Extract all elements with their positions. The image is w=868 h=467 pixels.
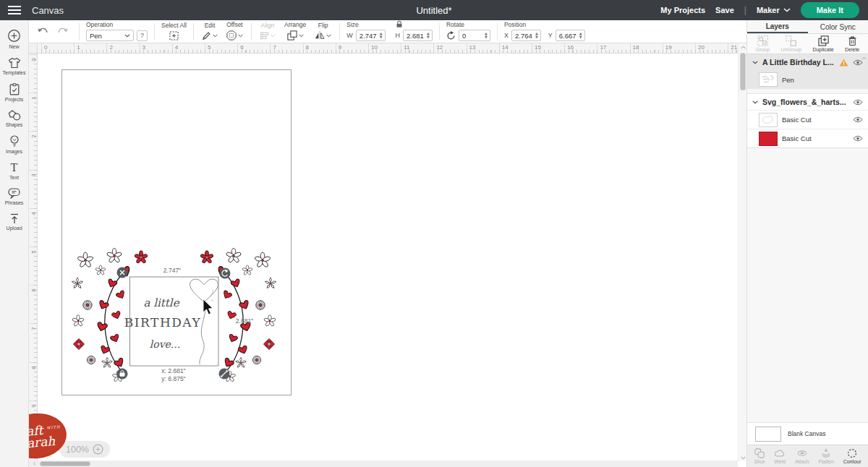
- sidebar-item-shapes[interactable]: Shapes: [0, 108, 29, 129]
- ruler-number: 9: [30, 401, 37, 410]
- sidebar-item-text[interactable]: TText: [0, 160, 29, 181]
- layer-row-basic-cut-white[interactable]: Basic Cut: [747, 110, 868, 129]
- width-stepper[interactable]: ▲▼: [378, 32, 384, 39]
- machine-select[interactable]: Maker: [757, 6, 791, 14]
- layer-group-header[interactable]: A Little Birthday L...: [747, 54, 868, 70]
- chevron-down-icon[interactable]: [752, 61, 758, 64]
- eye-icon[interactable]: [853, 135, 863, 142]
- ruler-number: 7: [30, 325, 37, 333]
- layer-group-svg-flowers: Svg_flowers_&_harts... Basic Cut Basic C…: [747, 93, 868, 148]
- save-link[interactable]: Save: [715, 6, 734, 14]
- layers-scroll-up-icon[interactable]: [861, 56, 867, 60]
- sidebar-item-phrases[interactable]: Phrases: [0, 187, 29, 207]
- ungroup-button[interactable]: UnGroup: [781, 35, 801, 52]
- slice-button[interactable]: Slice: [754, 448, 765, 464]
- slice-icon: [754, 448, 765, 458]
- operation-group: Operation Pen ?: [86, 22, 148, 41]
- zoom-control[interactable]: 100%: [59, 441, 110, 458]
- top-bar-divider: |: [744, 5, 746, 15]
- ruler-number: 0: [44, 44, 47, 51]
- vertical-scrollbar[interactable]: [738, 43, 746, 461]
- operation-help-button[interactable]: ?: [137, 30, 148, 41]
- height-input[interactable]: 2.681▲▼: [403, 30, 433, 41]
- top-bar: Canvas Untitled* My Projects Save | Make…: [0, 0, 868, 20]
- chevron-down-icon: [213, 34, 218, 38]
- delete-handle[interactable]: [117, 267, 128, 278]
- eye-icon[interactable]: [853, 99, 863, 106]
- blank-canvas-row[interactable]: Blank Canvas: [747, 422, 868, 445]
- tab-layers[interactable]: Layers: [747, 20, 808, 33]
- rotate-icon[interactable]: [446, 31, 456, 40]
- align-dropdown[interactable]: [258, 30, 277, 41]
- redo-button[interactable]: [53, 25, 72, 38]
- rotate-input[interactable]: 0▲▼: [459, 30, 490, 41]
- ruler-number: 3: [142, 44, 145, 51]
- flip-dropdown[interactable]: [313, 30, 333, 40]
- resize-handle[interactable]: [219, 369, 230, 380]
- ruler-number: 21: [731, 44, 737, 51]
- vertical-scroll-thumb[interactable]: [740, 53, 746, 90]
- sidebar-item-images[interactable]: Images: [0, 134, 29, 155]
- undo-button[interactable]: [33, 25, 53, 38]
- lock-handle[interactable]: [117, 369, 128, 380]
- layer-thumbnail: [759, 72, 778, 87]
- sidebar-item-templates[interactable]: Templates: [0, 56, 29, 77]
- ruler-number: 6: [240, 44, 243, 51]
- layer-actions: Group UnGroup Duplicate Delete: [747, 34, 868, 54]
- layer-row-basic-cut-red[interactable]: Basic Cut: [747, 129, 868, 147]
- position-y-stepper[interactable]: ▲▼: [578, 32, 584, 39]
- ruler-number: 8: [306, 44, 309, 51]
- panel-tabs: Layers Color Sync: [747, 20, 868, 34]
- scroll-left-icon[interactable]: [30, 460, 38, 467]
- trash-icon: [848, 35, 857, 46]
- rotate-handle[interactable]: [220, 268, 231, 279]
- edit-toolbar: Operation Pen ? Select All Edit Offset: [29, 20, 746, 43]
- edit-dropdown[interactable]: [200, 30, 219, 41]
- project-board-icon: [9, 83, 20, 95]
- weld-button[interactable]: Weld: [774, 448, 786, 464]
- flatten-button[interactable]: Flatten: [819, 448, 834, 464]
- arrange-group: Arrange: [284, 22, 306, 41]
- layer-thumbnail: [759, 113, 778, 127]
- horizontal-scrollbar[interactable]: [29, 460, 738, 467]
- group-button[interactable]: Group: [756, 35, 770, 52]
- eye-icon[interactable]: [853, 116, 863, 123]
- ruler-number: 10: [371, 44, 378, 51]
- height-stepper[interactable]: ▲▼: [425, 32, 431, 39]
- make-it-button[interactable]: Make It: [801, 2, 859, 18]
- duplicate-button[interactable]: Duplicate: [812, 35, 833, 52]
- position-x-input[interactable]: 2.764▲▼: [511, 30, 541, 41]
- my-projects-link[interactable]: My Projects: [660, 6, 705, 14]
- canvas-color-swatch[interactable]: [755, 427, 781, 442]
- delete-button[interactable]: Delete: [845, 35, 859, 52]
- width-input[interactable]: 2.747▲▼: [356, 30, 386, 41]
- attach-button[interactable]: Attach: [795, 448, 809, 464]
- zoom-in-icon[interactable]: [93, 444, 103, 455]
- arrange-dropdown[interactable]: [286, 30, 305, 41]
- offset-dropdown[interactable]: [225, 30, 244, 41]
- contour-button[interactable]: Contour: [843, 448, 861, 464]
- ruler-number: 8: [30, 363, 37, 372]
- layer-group-header[interactable]: Svg_flowers_&_harts...: [747, 94, 868, 110]
- hamburger-menu-icon[interactable]: [0, 0, 29, 20]
- position-y-input[interactable]: 6.667▲▼: [556, 30, 585, 41]
- select-all-button[interactable]: [168, 30, 180, 41]
- duplicate-icon: [818, 35, 829, 46]
- tab-color-sync[interactable]: Color Sync: [808, 20, 868, 33]
- layer-row-pen[interactable]: Pen: [747, 70, 868, 89]
- sidebar-item-projects[interactable]: Projects: [0, 82, 29, 103]
- ruler-number: 5: [30, 248, 37, 257]
- align-icon: [260, 31, 269, 40]
- warning-icon[interactable]: [839, 59, 848, 67]
- operation-select[interactable]: Pen: [86, 30, 134, 41]
- sidebar-item-new[interactable]: New: [0, 27, 29, 51]
- size-lock-icon[interactable]: [396, 20, 403, 28]
- rotate-stepper[interactable]: ▲▼: [483, 32, 489, 39]
- horizontal-scroll-thumb[interactable]: [40, 461, 90, 466]
- chevron-down-icon: [271, 34, 276, 38]
- sidebar-item-upload[interactable]: Upload: [0, 212, 29, 232]
- design-artwork[interactable]: a little BIRTHDAY love... 2.747" 2.681" …: [61, 246, 293, 398]
- chevron-down-icon[interactable]: [752, 100, 758, 104]
- position-x-stepper[interactable]: ▲▼: [534, 32, 540, 39]
- design-canvas[interactable]: a little BIRTHDAY love... 2.747" 2.681" …: [38, 53, 738, 461]
